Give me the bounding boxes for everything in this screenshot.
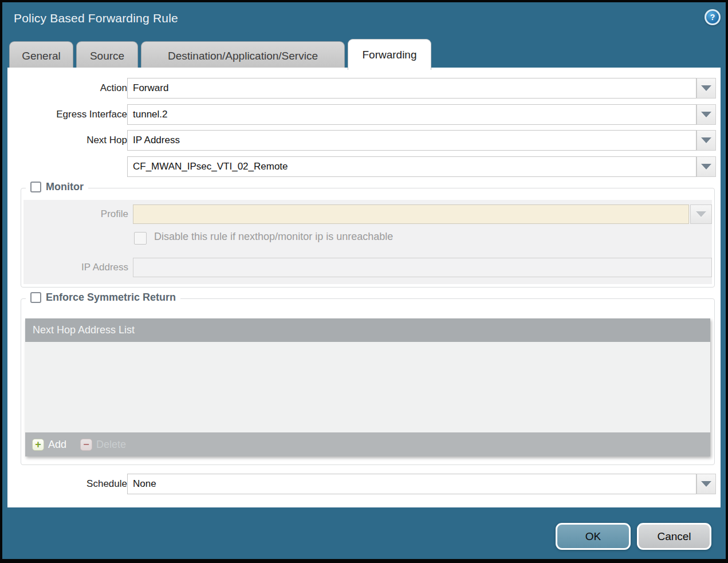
next-hop-type-dropdown-button[interactable] (696, 130, 716, 151)
enforce-symmetric-return-legend: Enforce Symmetric Return (26, 292, 180, 304)
schedule-dropdown-button[interactable] (696, 474, 716, 494)
tab-general[interactable]: General (9, 41, 73, 70)
profile-field (133, 204, 689, 224)
ok-button[interactable]: OK (556, 523, 631, 550)
profile-dropdown-button (690, 204, 712, 224)
next-hop-address-dropdown-button[interactable] (696, 156, 716, 177)
egress-interface-select[interactable]: tunnel.2 (127, 104, 696, 125)
chevron-down-icon (701, 481, 711, 487)
dialog-title: Policy Based Forwarding Rule (14, 11, 178, 25)
add-button-label: Add (48, 439, 66, 451)
chevron-down-icon (701, 137, 711, 143)
monitor-legend: Monitor (26, 181, 88, 193)
disable-rule-checkbox (134, 232, 147, 245)
next-hop-address-list-table: Next Hop Address List + Add − Delete (25, 318, 710, 456)
monitor-ip-address-label: IP Address (14, 258, 128, 277)
delete-button-label: Delete (96, 439, 126, 451)
egress-interface-dropdown-button[interactable] (696, 104, 716, 125)
schedule-label: Schedule (13, 474, 127, 494)
action-select[interactable]: Forward (127, 78, 696, 99)
tab-forwarding[interactable]: Forwarding (348, 39, 431, 70)
next-hop-type-select[interactable]: IP Address (127, 130, 696, 151)
chevron-down-icon (701, 112, 711, 117)
next-hop-address-list-body[interactable] (25, 342, 710, 432)
chevron-down-icon (696, 211, 706, 217)
chevron-down-icon (701, 85, 711, 91)
tab-source[interactable]: Source (76, 41, 138, 70)
schedule-select[interactable]: None (127, 474, 696, 494)
action-label: Action (13, 78, 127, 99)
enforce-symmetric-return-legend-label: Enforce Symmetric Return (46, 292, 176, 304)
help-icon[interactable]: ? (705, 9, 721, 25)
plus-icon: + (32, 439, 44, 451)
tab-destination-application-service[interactable]: Destination/Application/Service (141, 41, 345, 70)
next-hop-address-list-header: Next Hop Address List (25, 318, 710, 342)
forwarding-tab-panel: Action Forward Egress Interface tunnel.2… (7, 68, 721, 507)
pbf-rule-dialog: Policy Based Forwarding Rule ? General S… (0, 0, 728, 563)
monitor-ip-address-field (133, 258, 712, 277)
profile-label: Profile (14, 204, 128, 224)
cancel-button[interactable]: Cancel (637, 523, 711, 550)
next-hop-address-select[interactable]: CF_MWAN_IPsec_VTI_02_Remote (127, 156, 696, 177)
monitor-checkbox[interactable] (30, 182, 41, 192)
next-hop-label: Next Hop (13, 130, 127, 151)
add-button[interactable]: + Add (32, 439, 66, 451)
minus-icon: − (80, 439, 92, 451)
chevron-down-icon (701, 164, 711, 170)
enforce-symmetric-return-checkbox[interactable] (30, 292, 41, 303)
disable-rule-label: Disable this rule if nexthop/monitor ip … (154, 231, 393, 243)
monitor-legend-label: Monitor (46, 181, 84, 193)
action-dropdown-button[interactable] (696, 78, 716, 99)
tab-bar: General Source Destination/Application/S… (9, 39, 431, 70)
egress-interface-label: Egress Interface (13, 104, 127, 125)
next-hop-address-list-toolbar: + Add − Delete (25, 432, 710, 456)
delete-button: − Delete (80, 439, 126, 451)
